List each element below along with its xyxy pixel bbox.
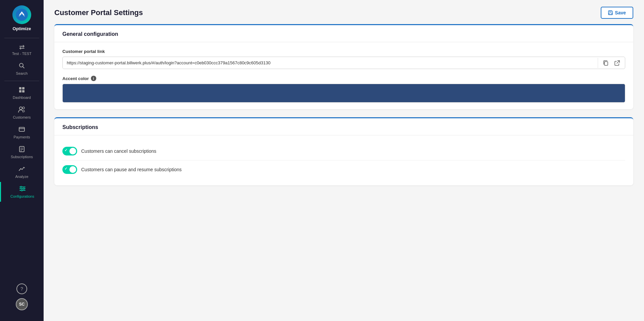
portal-link-input[interactable] (63, 57, 598, 69)
svg-point-19 (23, 188, 24, 189)
app-name: Optimize (13, 26, 31, 31)
content-area: General configuration Customer portal li… (44, 24, 644, 196)
svg-rect-6 (22, 90, 24, 92)
page-title: Customer Portal Settings (54, 8, 143, 17)
user-avatar[interactable]: SC (16, 298, 28, 310)
save-button[interactable]: Save (601, 7, 633, 19)
main-content: Customer Portal Settings Save General co… (44, 0, 644, 321)
open-link-button[interactable] (612, 58, 622, 68)
sidebar-item-subscriptions[interactable]: Subscriptions (0, 142, 44, 162)
sidebar-item-configurations-label: Configurations (10, 194, 34, 198)
save-icon (608, 10, 613, 15)
copy-link-button[interactable] (601, 58, 611, 68)
pause-subscription-toggle[interactable] (62, 165, 77, 174)
svg-rect-9 (19, 127, 24, 131)
sidebar-item-analyze[interactable]: Analyze (0, 162, 44, 182)
sidebar-item-search-label: Search (16, 71, 28, 75)
sidebar-item-payments-label: Payments (14, 135, 30, 139)
general-config-body: Customer portal link (54, 42, 633, 109)
subscriptions-title: Subscriptions (54, 118, 633, 135)
general-config-card: General configuration Customer portal li… (54, 24, 633, 109)
svg-point-7 (19, 107, 22, 110)
sidebar-item-customers-label: Customers (13, 115, 31, 119)
accent-color-info-icon[interactable]: i (91, 76, 96, 81)
cancel-subscription-toggle[interactable] (62, 147, 77, 155)
sidebar: Optimize ⇄ Test - TEST Search Dashboard … (0, 0, 44, 321)
sidebar-item-customers[interactable]: Customers (0, 103, 44, 123)
configurations-icon (19, 185, 26, 193)
sidebar-divider-mid (4, 81, 39, 81)
avatar-initials: SC (19, 302, 25, 307)
link-actions (598, 58, 625, 68)
sidebar-item-payments[interactable]: Payments (0, 123, 44, 142)
sidebar-item-subscriptions-label: Subscriptions (11, 155, 33, 159)
pause-subscription-slider (62, 165, 77, 174)
sidebar-item-test[interactable]: ⇄ Test - TEST (0, 40, 44, 59)
subscriptions-body: Customers can cancel subscriptions Custo… (54, 135, 633, 185)
subscriptions-icon (18, 146, 25, 153)
sidebar-bottom: ? SC (16, 283, 28, 316)
sidebar-item-test-label: Test - TEST (12, 52, 32, 56)
svg-point-0 (16, 9, 28, 21)
save-button-label: Save (615, 10, 626, 15)
svg-point-18 (20, 186, 22, 188)
svg-rect-23 (604, 62, 608, 65)
svg-rect-5 (19, 90, 21, 92)
customers-icon (18, 106, 25, 114)
portal-link-wrapper (62, 57, 625, 69)
search-icon (18, 62, 25, 70)
sidebar-item-dashboard[interactable]: Dashboard (0, 83, 44, 103)
svg-rect-3 (19, 87, 21, 89)
svg-line-24 (617, 61, 620, 63)
general-config-title: General configuration (54, 25, 633, 42)
cancel-subscription-label: Customers can cancel subscriptions (81, 148, 156, 154)
subscriptions-card: Subscriptions Customers can cancel subsc… (54, 117, 633, 185)
portal-link-label: Customer portal link (62, 49, 625, 54)
external-link-icon (614, 60, 620, 66)
payments-icon (18, 126, 25, 134)
cancel-subscription-slider (62, 147, 77, 155)
analyze-icon (18, 166, 25, 173)
cancel-subscription-row: Customers can cancel subscriptions (62, 142, 625, 160)
accent-color-swatch[interactable] (62, 84, 625, 103)
svg-point-20 (21, 190, 22, 191)
copy-icon (603, 60, 609, 66)
dashboard-icon (18, 86, 25, 94)
svg-rect-4 (22, 87, 24, 89)
sidebar-item-analyze-label: Analyze (15, 175, 28, 179)
sidebar-item-dashboard-label: Dashboard (13, 95, 31, 100)
sidebar-item-search[interactable]: Search (0, 59, 44, 79)
transfer-icon: ⇄ (19, 44, 25, 50)
help-icon: ? (20, 286, 23, 292)
sidebar-divider-top (4, 38, 39, 38)
accent-color-label: Accent color i (62, 76, 625, 81)
pause-subscription-row: Customers can pause and resume subscript… (62, 160, 625, 179)
app-logo[interactable] (12, 5, 31, 24)
sidebar-item-configurations[interactable]: Configurations (0, 182, 44, 202)
svg-rect-21 (609, 11, 611, 12)
svg-point-8 (22, 107, 24, 109)
pause-subscription-label: Customers can pause and resume subscript… (81, 167, 182, 172)
page-header: Customer Portal Settings Save (44, 0, 644, 24)
help-button[interactable]: ? (16, 283, 27, 294)
svg-rect-22 (609, 13, 612, 15)
svg-line-2 (23, 67, 24, 68)
